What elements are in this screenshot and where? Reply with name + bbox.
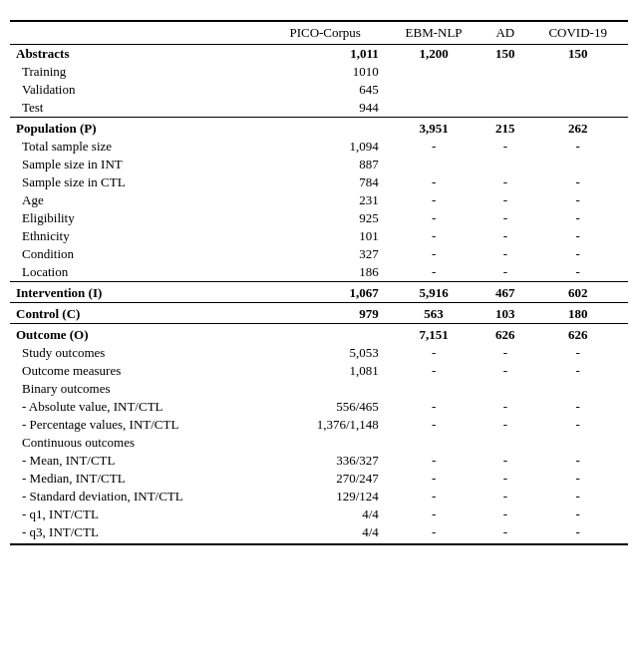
row-label: - q3, INT/CTL (10, 523, 266, 544)
row-value: 1,011 (266, 45, 385, 64)
row-value: - (527, 344, 628, 362)
row-value: - (482, 416, 527, 434)
row-label: Total sample size (10, 138, 266, 156)
col-header-ad: AD (482, 21, 527, 45)
table-row: Eligibility925--- (10, 209, 628, 227)
table-row: Continuous outcomes (10, 434, 628, 452)
row-label: Abstracts (10, 45, 266, 64)
row-value: - (527, 263, 628, 282)
row-value: 3,951 (385, 118, 483, 139)
table-row: Age231--- (10, 191, 628, 209)
row-value: - (482, 452, 527, 470)
row-value: - (482, 470, 527, 488)
row-label: Validation (10, 81, 266, 99)
row-value: - (385, 173, 483, 191)
table-row: Condition327--- (10, 245, 628, 263)
row-value: 1,067 (266, 282, 385, 303)
row-label: - Standard deviation, INT/CTL (10, 488, 266, 505)
row-value: - (385, 344, 483, 362)
row-value: - (385, 245, 483, 263)
table-row: Validation645 (10, 81, 628, 99)
row-value (482, 81, 527, 99)
row-value: 327 (266, 245, 385, 263)
row-value: - (482, 138, 527, 156)
row-value: 103 (482, 303, 527, 324)
row-value: - (385, 138, 483, 156)
row-value: 231 (266, 191, 385, 209)
row-value: - (482, 245, 527, 263)
row-value: - (385, 209, 483, 227)
row-value (385, 99, 483, 118)
row-value: - (385, 452, 483, 470)
row-label: Population (P) (10, 118, 266, 139)
col-header-ebm: EBM-NLP (385, 21, 483, 45)
row-value (527, 99, 628, 118)
row-value: - (385, 191, 483, 209)
row-value: 645 (266, 81, 385, 99)
col-header-pico: PICO-Corpus (266, 21, 385, 45)
row-value (482, 434, 527, 452)
row-value: - (482, 344, 527, 362)
row-value: - (527, 191, 628, 209)
row-value (385, 156, 483, 173)
row-value: - (527, 505, 628, 523)
row-value: - (385, 470, 483, 488)
row-value: 150 (527, 45, 628, 64)
row-value: - (385, 227, 483, 245)
table-row: - Median, INT/CTL270/247--- (10, 470, 628, 488)
row-value: 101 (266, 227, 385, 245)
row-value: 1,376/1,148 (266, 416, 385, 434)
row-value (266, 434, 385, 452)
row-label: Outcome (O) (10, 324, 266, 345)
row-label: Outcome measures (10, 362, 266, 380)
row-value (385, 434, 483, 452)
row-value (266, 380, 385, 398)
row-label: Eligibility (10, 209, 266, 227)
row-label: Test (10, 99, 266, 118)
row-label: Control (C) (10, 303, 266, 324)
row-value: 5,053 (266, 344, 385, 362)
row-value: - (527, 523, 628, 544)
table-row: - q1, INT/CTL4/4--- (10, 505, 628, 523)
row-label: Age (10, 191, 266, 209)
row-value: - (527, 245, 628, 263)
row-value: - (527, 138, 628, 156)
row-label: - Absolute value, INT/CTL (10, 398, 266, 416)
row-value (482, 380, 527, 398)
table-row: Study outcomes5,053--- (10, 344, 628, 362)
row-value: 270/247 (266, 470, 385, 488)
row-value: 4/4 (266, 505, 385, 523)
table-row: Ethnicity101--- (10, 227, 628, 245)
row-value: 887 (266, 156, 385, 173)
row-value: - (482, 362, 527, 380)
row-label: Intervention (I) (10, 282, 266, 303)
row-value: - (527, 470, 628, 488)
row-value: - (482, 263, 527, 282)
row-label: Sample size in INT (10, 156, 266, 173)
table-row: Control (C)979563103180 (10, 303, 628, 324)
row-value: - (527, 173, 628, 191)
row-label: - Percentage values, INT/CTL (10, 416, 266, 434)
row-value: - (385, 398, 483, 416)
table-row: Test944 (10, 99, 628, 118)
row-value: 336/327 (266, 452, 385, 470)
table-row: - q3, INT/CTL4/4--- (10, 523, 628, 544)
row-value: - (482, 488, 527, 505)
row-value: - (385, 488, 483, 505)
table-row: - Percentage values, INT/CTL1,376/1,148-… (10, 416, 628, 434)
row-value: 784 (266, 173, 385, 191)
row-label: Condition (10, 245, 266, 263)
row-value: 925 (266, 209, 385, 227)
col-header-covid: COVID-19 (527, 21, 628, 45)
row-value: 1,200 (385, 45, 483, 64)
row-value: - (527, 362, 628, 380)
row-label: Training (10, 63, 266, 81)
row-value: 556/465 (266, 398, 385, 416)
row-value: - (527, 398, 628, 416)
row-label: - q1, INT/CTL (10, 505, 266, 523)
row-value: - (482, 191, 527, 209)
table-row: Binary outcomes (10, 380, 628, 398)
row-value: 1,081 (266, 362, 385, 380)
table-row: Abstracts1,0111,200150150 (10, 45, 628, 64)
row-value (527, 81, 628, 99)
